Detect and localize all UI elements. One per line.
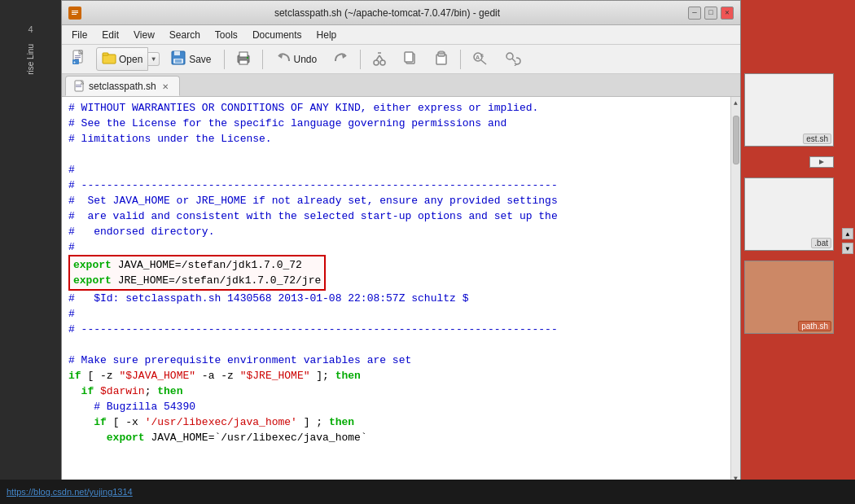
svg-rect-32 bbox=[439, 51, 444, 54]
svg-rect-29 bbox=[405, 52, 413, 62]
tab-setclasspath[interactable]: setclasspath.sh ✕ bbox=[65, 76, 180, 96]
copy-button[interactable] bbox=[397, 46, 424, 72]
right-window-3-content bbox=[747, 263, 831, 266]
code-line-18: if [ -z "$JAVA_HOME" -a -z "$JRE_HOME" ]… bbox=[68, 368, 724, 383]
undo-label: Undo bbox=[294, 54, 318, 65]
toolbar-sep-2 bbox=[262, 50, 263, 69]
find-replace-button[interactable] bbox=[498, 46, 528, 72]
svg-rect-7 bbox=[75, 57, 81, 58]
redo-button[interactable] bbox=[327, 46, 355, 72]
right-window-3[interactable]: path.sh bbox=[744, 261, 834, 334]
svg-rect-6 bbox=[75, 55, 81, 56]
cut-icon bbox=[371, 50, 388, 68]
svg-rect-14 bbox=[174, 51, 180, 55]
scroll-up-button[interactable]: ▲ bbox=[731, 98, 741, 107]
highlight-box: export JAVA_HOME=/stefan/jdk1.7.0_72 exp… bbox=[68, 255, 326, 291]
code-line-8: # are valid and consistent with the sele… bbox=[68, 208, 724, 224]
svg-rect-16 bbox=[175, 59, 182, 63]
print-button[interactable] bbox=[230, 46, 257, 72]
close-button[interactable]: ✕ bbox=[721, 7, 734, 20]
window-title: setclasspath.sh (~/apache-tomcat-7.0.47/… bbox=[86, 7, 688, 19]
bottom-bar: https://blog.csdn.net/yujing1314 bbox=[0, 480, 855, 504]
svg-rect-19 bbox=[239, 60, 248, 64]
right-window-1-label: est.sh bbox=[803, 134, 831, 144]
toolbar: + Open ▼ bbox=[62, 45, 740, 74]
code-line-4 bbox=[68, 147, 724, 162]
scrollbar-thumb[interactable] bbox=[733, 116, 739, 164]
tab-close-button[interactable]: ✕ bbox=[160, 81, 171, 92]
menu-help[interactable]: Help bbox=[310, 28, 344, 42]
menu-edit[interactable]: Edit bbox=[95, 28, 125, 42]
app-icon bbox=[68, 7, 81, 20]
svg-rect-18 bbox=[239, 52, 248, 57]
toolbar-sep-4 bbox=[460, 50, 461, 69]
open-icon bbox=[102, 50, 116, 68]
right-window-1-content bbox=[747, 76, 831, 79]
menu-file[interactable]: File bbox=[65, 28, 94, 42]
redo-icon bbox=[333, 50, 349, 68]
open-main-button[interactable]: Open bbox=[96, 47, 148, 71]
undo-button[interactable]: Undo bbox=[268, 46, 325, 72]
save-button[interactable]: Save bbox=[163, 46, 218, 72]
code-line-19: if $darwin; then bbox=[68, 383, 724, 399]
code-line-15: # --------------------------------------… bbox=[68, 322, 724, 337]
editor-scrollbar[interactable]: ▲ ▼ bbox=[730, 97, 740, 484]
editor-container: # WITHOUT WARRANTIES OR CONDITIONS OF AN… bbox=[62, 97, 740, 484]
tab-doc-icon bbox=[74, 80, 86, 93]
undo-icon bbox=[275, 50, 292, 68]
right-window-2[interactable]: .bat bbox=[744, 177, 834, 251]
code-line-6: # --------------------------------------… bbox=[68, 177, 724, 193]
svg-rect-1 bbox=[72, 11, 78, 11]
code-line-7: # Set JAVA_HOME or JRE_HOME if not alrea… bbox=[68, 193, 724, 208]
svg-rect-3 bbox=[72, 14, 77, 15]
left-sidebar: 4 rise Linu bbox=[0, 0, 61, 504]
code-line-21: if [ -x '/usr/libexec/java_home' ] ; the… bbox=[68, 414, 724, 430]
code-line-10: # bbox=[68, 239, 724, 255]
svg-line-25 bbox=[376, 55, 379, 60]
window-controls[interactable]: — □ ✕ bbox=[688, 7, 734, 20]
right-window-1[interactable]: est.sh bbox=[744, 73, 834, 147]
editor-scroll[interactable]: # WITHOUT WARRANTIES OR CONDITIONS OF AN… bbox=[62, 97, 730, 484]
code-line-14: # bbox=[68, 306, 724, 322]
menu-documents[interactable]: Documents bbox=[246, 28, 309, 42]
new-button[interactable]: + bbox=[65, 46, 93, 72]
toolbar-sep-3 bbox=[360, 50, 361, 69]
menu-view[interactable]: View bbox=[127, 28, 161, 42]
right-scroll-down[interactable]: ▼ bbox=[842, 243, 853, 254]
open-dropdown-arrow[interactable]: ▼ bbox=[148, 52, 160, 66]
svg-rect-40 bbox=[76, 85, 81, 85]
find-button[interactable]: A a bbox=[466, 46, 495, 72]
code-line-12: export JRE_HOME=/stefan/jdk1.7.0_72/jre bbox=[73, 273, 321, 288]
bottom-link[interactable]: https://blog.csdn.net/yujing1314 bbox=[7, 487, 133, 497]
right-arrow bbox=[809, 156, 834, 168]
svg-text:a: a bbox=[480, 52, 484, 58]
svg-point-23 bbox=[374, 60, 379, 65]
code-line-5: # bbox=[68, 162, 724, 177]
code-line-16 bbox=[68, 337, 724, 353]
right-scroll-up[interactable]: ▲ bbox=[842, 228, 853, 239]
svg-point-37 bbox=[506, 53, 513, 59]
svg-rect-41 bbox=[76, 86, 81, 87]
scrollbar-track[interactable] bbox=[732, 107, 740, 473]
menu-tools[interactable]: Tools bbox=[208, 28, 244, 42]
right-indicator bbox=[744, 156, 834, 168]
sidebar-label: rise Linu bbox=[26, 44, 35, 75]
tab-label: setclasspath.sh bbox=[89, 81, 156, 92]
editor-content: # WITHOUT WARRANTIES OR CONDITIONS OF AN… bbox=[62, 97, 730, 484]
find-icon: A a bbox=[471, 50, 489, 68]
cut-button[interactable] bbox=[366, 46, 393, 72]
find-replace-icon bbox=[504, 50, 522, 68]
paste-icon bbox=[433, 50, 449, 68]
maximize-button[interactable]: □ bbox=[704, 7, 717, 20]
code-line-2: # See the License for the specific langu… bbox=[68, 116, 724, 131]
copy-icon bbox=[402, 50, 419, 68]
svg-rect-2 bbox=[72, 12, 78, 13]
code-line-13: # $Id: setclasspath.sh 1430568 2013-01-0… bbox=[68, 291, 724, 306]
title-bar: setclasspath.sh (~/apache-tomcat-7.0.47/… bbox=[62, 1, 740, 25]
open-button-group[interactable]: Open ▼ bbox=[96, 47, 160, 71]
menu-search[interactable]: Search bbox=[163, 28, 207, 42]
paste-button[interactable] bbox=[428, 46, 455, 72]
code-line-22: export JAVA_HOME=`/usr/libexec/java_home… bbox=[68, 430, 724, 445]
minimize-button[interactable]: — bbox=[688, 7, 701, 20]
right-window-2-content bbox=[747, 180, 831, 183]
